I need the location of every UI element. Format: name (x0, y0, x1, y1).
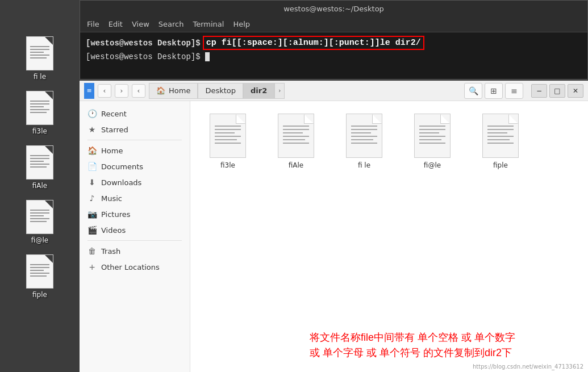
fm-window-controls: − □ ✕ (531, 84, 583, 98)
fiale-file-name: fiAle (289, 161, 303, 169)
sidebar-item-recent[interactable]: 🕐 Recent (80, 106, 190, 122)
fiale-icon-img (26, 145, 53, 179)
fi3le-file-icon (210, 114, 246, 158)
fm-close-button[interactable]: ✕ (568, 84, 583, 98)
watermark: https://blog.csdn.net/weixin_47133612 (473, 363, 583, 370)
fm-home-icon[interactable]: ≡ (84, 83, 94, 99)
terminal-content: [westos@westos Desktop]$ cp fi[[:space:]… (80, 32, 587, 79)
videos-icon: 🎬 (87, 225, 97, 235)
clock-icon: 🕐 (87, 109, 97, 118)
fm-breadcrumb-dir2[interactable]: dir2 (243, 83, 274, 99)
file-item-fiale[interactable]: fiAle (268, 110, 324, 173)
music-icon: ♪ (87, 194, 97, 203)
fi3le-icon-img (26, 91, 53, 125)
desktop-icon-fi3le-label: fi3le (32, 127, 47, 135)
terminal-titlebar: westos@westos:~/Desktop (80, 1, 587, 16)
sidebar-item-music[interactable]: ♪ Music (80, 190, 190, 206)
pictures-icon: 📷 (87, 210, 97, 219)
home-sidebar-icon: 🏠 (87, 146, 97, 155)
terminal-menu-terminal[interactable]: Terminal (193, 20, 224, 28)
fiple-file-icon (482, 114, 519, 158)
fiatle-file-icon (414, 114, 451, 158)
fm-breadcrumb-home[interactable]: 🏠 Home (149, 83, 198, 99)
desktop-icon-fiale-label: fiAle (32, 182, 47, 190)
sidebar-divider-2 (87, 240, 182, 241)
sidebar-item-home[interactable]: 🏠 Home (80, 143, 190, 158)
sidebar-item-documents[interactable]: 📄 Documents (80, 158, 190, 174)
fm-toolbar-right: 🔍 ⊞ ≡ (464, 83, 523, 99)
sidebar-item-pictures[interactable]: 📷 Pictures (80, 206, 190, 222)
file-file-name: fi le (358, 161, 370, 169)
sidebar-divider-1 (87, 140, 182, 140)
description-text: 将文件名称file中间带有 单个空格 或 单个数字 或 单个字母 或 单个符号 … (310, 330, 582, 361)
trash-icon: 🗑 (87, 246, 97, 256)
fm-titlebar: ≡ ‹ › ‹ 🏠 Home Desktop dir2 › 🔍 ⊞ ≡ − □ (80, 81, 588, 101)
fm-back-button[interactable]: ‹ (98, 84, 111, 98)
file-grid: fi3le fiAle (199, 110, 579, 173)
terminal-prompt2: [westos@westos Desktop]$ (86, 52, 582, 61)
fm-breadcrumb-expand[interactable]: › (274, 83, 285, 99)
sidebar-item-trash[interactable]: 🗑 Trash (80, 243, 190, 259)
terminal-menu-file[interactable]: File (87, 20, 99, 28)
plus-icon: + (87, 262, 97, 271)
file-item-fiple[interactable]: fiple (472, 110, 529, 173)
fm-expand-button[interactable]: ‹ (132, 84, 145, 98)
fm-minimize-button[interactable]: − (531, 84, 547, 98)
desktop-icon-label: fi le (34, 73, 46, 81)
fiatle-file-name: fi@le (424, 161, 441, 169)
desktop-icon-file[interactable]: fi le (24, 34, 56, 83)
terminal-window: westos@westos:~/Desktop File Edit View S… (80, 0, 588, 80)
fi3le-file-name: fi3le (220, 161, 235, 169)
terminal-cursor (205, 52, 210, 61)
terminal-menubar: File Edit View Search Terminal Help (80, 16, 587, 32)
file-item-file[interactable]: fi le (336, 110, 393, 173)
documents-icon: 📄 (87, 162, 97, 171)
fm-main: fi3le fiAle (190, 101, 588, 372)
desktop-icon-fiple-label: fiple (32, 291, 47, 299)
desktop-icon-fiatle-label: fi@le (31, 236, 48, 244)
fiple-icon-img (26, 254, 53, 289)
sidebar-item-videos[interactable]: 🎬 Videos (80, 222, 190, 238)
fiale-file-icon (278, 114, 314, 158)
fiple-file-name: fiple (493, 161, 508, 169)
fm-body: 🕐 Recent ★ Starred 🏠 Home 📄 Documents ⬇ … (80, 101, 588, 372)
home-icon: 🏠 (156, 86, 165, 95)
fm-sidebar: 🕐 Recent ★ Starred 🏠 Home 📄 Documents ⬇ … (80, 101, 190, 372)
fm-breadcrumb: 🏠 Home Desktop dir2 › (149, 83, 461, 99)
terminal-menu-view[interactable]: View (132, 20, 149, 28)
fiatle-icon-img (26, 200, 53, 234)
fm-breadcrumb-desktop[interactable]: Desktop (198, 83, 243, 99)
sidebar-item-downloads[interactable]: ⬇ Downloads (80, 174, 190, 190)
description-line2: 或 单个字母 或 单个符号 的文件复制到dir2下 (310, 345, 582, 361)
desktop-icon-fiale[interactable]: fiAle (24, 143, 56, 192)
desktop-icon-fi3le[interactable]: fi3le (24, 89, 56, 137)
fm-search-button[interactable]: 🔍 (464, 83, 482, 99)
terminal-command: cp fi[[:space:][:alnum:][:punct:]]le dir… (203, 36, 424, 50)
desktop-icon-fiple[interactable]: fiple (24, 252, 56, 301)
downloads-icon: ⬇ (87, 178, 97, 187)
terminal-menu-edit[interactable]: Edit (109, 20, 123, 28)
fm-maximize-button[interactable]: □ (549, 84, 565, 98)
star-icon: ★ (87, 125, 97, 134)
filemanager-window: ≡ ‹ › ‹ 🏠 Home Desktop dir2 › 🔍 ⊞ ≡ − □ (80, 81, 588, 372)
file-item-fiatle[interactable]: fi@le (404, 110, 461, 173)
terminal-title: westos@westos:~/Desktop (283, 5, 384, 13)
sidebar-item-starred[interactable]: ★ Starred (80, 122, 190, 137)
file-file-icon (346, 114, 382, 158)
file-icon-img (26, 36, 53, 70)
file-item-fi3le[interactable]: fi3le (199, 110, 256, 173)
terminal-menu-search[interactable]: Search (159, 20, 184, 28)
desktop-icon-fiatле[interactable]: fi@le (24, 198, 56, 246)
description-line1: 将文件名称file中间带有 单个空格 或 单个数字 (310, 330, 582, 345)
fm-view-list-button[interactable]: ≡ (505, 83, 523, 99)
fm-forward-button[interactable]: › (115, 84, 128, 98)
terminal-prompt1: [westos@westos Desktop]$ (86, 39, 201, 48)
fm-view-grid-button[interactable]: ⊞ (485, 83, 503, 99)
desktop: fi le fi3le fiAle fi@le fipl (0, 0, 80, 372)
terminal-menu-help[interactable]: Help (233, 20, 250, 28)
sidebar-item-other-locations[interactable]: + Other Locations (80, 259, 190, 275)
